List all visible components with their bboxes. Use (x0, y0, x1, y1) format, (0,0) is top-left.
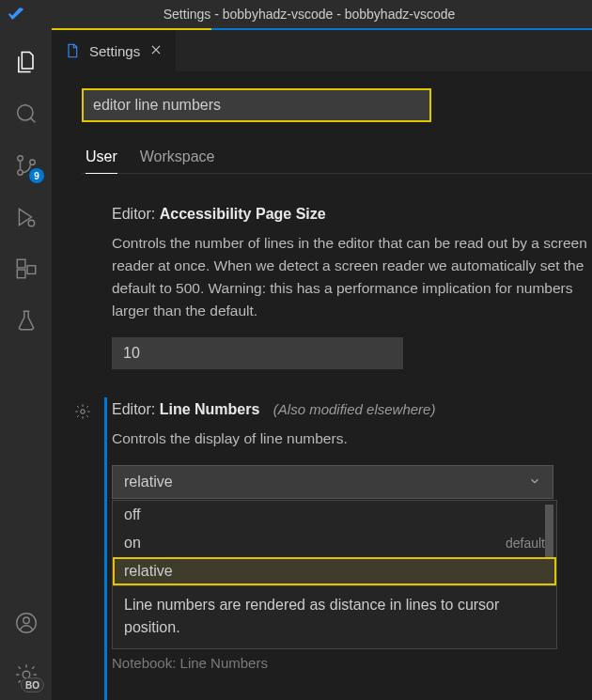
run-debug-icon (14, 205, 39, 229)
svg-rect-5 (17, 259, 25, 268)
activity-accounts[interactable] (0, 597, 52, 648)
scope-workspace-tab[interactable]: Workspace (140, 148, 215, 174)
activity-search[interactable] (0, 87, 52, 139)
vscode-logo-icon (8, 6, 24, 23)
settings-search-input[interactable]: editor line numbers (82, 88, 431, 122)
dropdown-option-off[interactable]: off (113, 501, 556, 529)
setting-name: Accessibility Page Size (160, 206, 326, 222)
activity-bar: 9 BO (0, 28, 52, 700)
gear-icon[interactable] (74, 403, 91, 423)
activity-testing[interactable] (0, 294, 52, 346)
manage-badge: BO (21, 677, 44, 692)
svg-point-4 (28, 220, 34, 226)
setting-accessibility-page-size: Editor: Accessibility Page Size Controls… (82, 206, 592, 369)
setting-description: Controls the number of lines in the edit… (112, 232, 592, 322)
dropdown-option-relative[interactable]: relative (113, 557, 556, 585)
svg-point-1 (17, 155, 22, 160)
close-icon[interactable] (149, 43, 163, 59)
svg-point-9 (23, 617, 29, 624)
svg-rect-6 (17, 270, 25, 278)
scope-user-tab[interactable]: User (86, 148, 117, 174)
search-icon (13, 101, 39, 127)
activity-extensions[interactable] (0, 242, 52, 294)
setting-description: Controls the display of line numbers. (112, 428, 592, 450)
dropdown-scrollbar[interactable] (545, 505, 553, 557)
accessibility-page-size-input[interactable] (112, 337, 403, 369)
beaker-icon (14, 308, 39, 333)
svg-point-2 (17, 169, 22, 174)
also-modified-label: (Also modified elsewhere) (273, 401, 436, 417)
chevron-down-icon (528, 474, 541, 490)
window-title: Settings - bobbyhadz-vscode - bobbyhadz-… (34, 7, 584, 22)
line-numbers-select[interactable]: relative (112, 465, 553, 499)
activity-explorer[interactable] (0, 36, 52, 87)
svg-point-3 (29, 160, 34, 164)
select-value: relative (124, 474, 173, 490)
file-icon (65, 43, 80, 58)
line-numbers-dropdown: off on default relative Line numbers are… (112, 500, 557, 649)
scope-tabs: User Workspace (82, 148, 592, 174)
account-icon (14, 611, 39, 635)
files-icon (13, 49, 39, 75)
modified-indicator (104, 397, 107, 700)
scm-badge: 9 (29, 168, 44, 183)
dropdown-option-on[interactable]: on default (113, 529, 556, 557)
tab-label: Settings (89, 43, 140, 59)
editor-tabs: Settings (52, 28, 592, 71)
activity-manage[interactable]: BO (0, 648, 52, 700)
titlebar: Settings - bobbyhadz-vscode - bobbyhadz-… (0, 0, 592, 28)
activity-source-control[interactable]: 9 (0, 139, 52, 191)
setting-name: Line Numbers (160, 401, 260, 417)
dropdown-option-description: Line numbers are rendered as distance in… (113, 585, 556, 648)
default-tag: default (506, 536, 545, 551)
setting-line-numbers: Editor: Line Numbers (Also modified else… (82, 401, 592, 671)
setting-prefix: Editor: (112, 206, 160, 222)
svg-rect-7 (27, 265, 36, 273)
setting-notebook-line-numbers-truncated: Notebook: Line Numbers (112, 655, 592, 671)
svg-point-11 (81, 410, 86, 414)
extensions-icon (14, 257, 39, 281)
svg-point-0 (17, 104, 32, 119)
setting-prefix: Editor: (112, 401, 160, 417)
activity-run-debug[interactable] (0, 191, 52, 242)
search-value: editor line numbers (93, 97, 221, 114)
tab-settings[interactable]: Settings (52, 30, 176, 71)
